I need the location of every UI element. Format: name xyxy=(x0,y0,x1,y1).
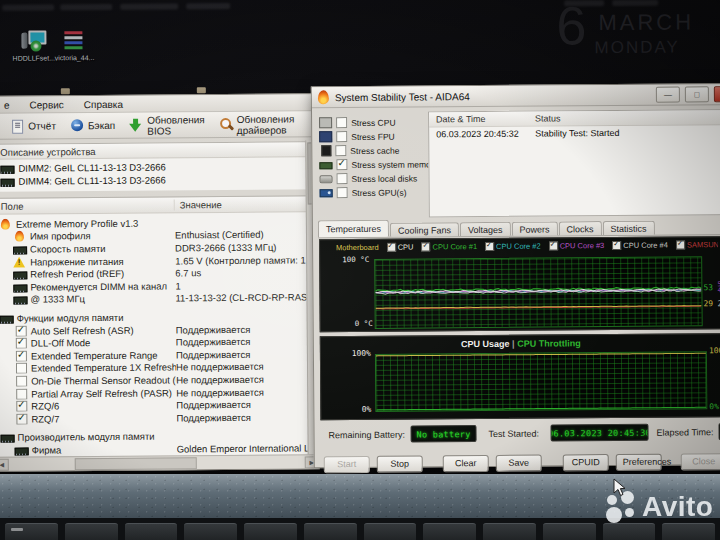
desktop-icon-hddllfset[interactable]: HDDLLFset... xyxy=(12,28,52,61)
date-month: MARCH xyxy=(598,9,694,36)
value-column-header[interactable]: Значение xyxy=(175,198,317,210)
aida-table-body: Extreme Memory Profile v1.3Имя профиляEn… xyxy=(0,212,319,464)
checkbox[interactable] xyxy=(16,376,27,387)
title-separator: | xyxy=(512,339,515,349)
toolbar-button-label: Бэкап xyxy=(88,120,115,131)
stress-option-label: Stress FPU xyxy=(351,131,395,141)
close-button: Close xyxy=(681,453,720,470)
tab-powers[interactable]: Powers xyxy=(511,221,557,235)
field-label: Partial Array Self Refresh (PASR) xyxy=(31,387,172,399)
field-cell: Фирма xyxy=(0,443,177,455)
field-cell: Имя профиля xyxy=(0,230,175,242)
top-smudge xyxy=(186,3,230,9)
field-label: Auto Self Refresh (ASR) xyxy=(31,324,134,336)
field-cell: Функции модуля памяти xyxy=(0,311,176,323)
field-column-header[interactable]: Поле xyxy=(0,199,175,211)
legend-item-cpu[interactable]: CPU xyxy=(387,243,414,252)
usage-left-labels: 100%0% xyxy=(341,354,373,410)
field-cell: DLL-Off Mode xyxy=(0,337,176,349)
date-weekday: MONDAY xyxy=(594,37,680,58)
field-cell: Extreme Memory Profile v1.3 xyxy=(0,217,175,229)
temperature-plot xyxy=(374,256,703,329)
scroll-left-arrow[interactable]: ◀ xyxy=(0,458,9,470)
legend-checkbox[interactable] xyxy=(612,241,621,250)
stress-option-stress-system-memory[interactable]: Stress system memory xyxy=(319,158,438,170)
toolbar-button-обновления-bios[interactable]: Обновления BIOS xyxy=(122,111,212,140)
toolbar-button-обновления-драйверов[interactable]: Обновления драйверов xyxy=(212,110,317,139)
legend-item-samsung-hd32[interactable]: SAMSUNG HD32 xyxy=(676,240,718,249)
value-cell: Enthusiast (Certified) xyxy=(175,229,317,241)
stress-option-stress-local-disks[interactable]: Stress local disks xyxy=(319,172,438,184)
checkbox[interactable] xyxy=(16,388,27,399)
close-window-button[interactable] xyxy=(714,86,720,102)
checkbox[interactable] xyxy=(16,350,27,361)
legend-checkbox[interactable] xyxy=(421,242,430,251)
value-cell: Не поддерживается xyxy=(176,386,318,398)
checkbox[interactable] xyxy=(336,131,347,142)
tab-bar: TemperaturesCooling FansVoltagesPowersCl… xyxy=(318,217,720,238)
checkbox[interactable] xyxy=(16,325,27,336)
value-cell: Поддерживается xyxy=(176,348,318,360)
status-column-header[interactable]: Status xyxy=(535,112,720,123)
legend-item-cpu-core-1[interactable]: CPU Core #1 xyxy=(421,242,477,251)
legend-item-cpu-core-2[interactable]: CPU Core #2 xyxy=(485,242,541,251)
stress-option-stress-cache[interactable]: Stress cache xyxy=(319,144,438,156)
value-cell: Поддерживается xyxy=(176,323,318,335)
tab-clocks[interactable]: Clocks xyxy=(558,221,601,235)
toolbar-button-отчёт[interactable]: Отчёт xyxy=(3,116,63,135)
clear-button[interactable]: Clear xyxy=(443,454,489,471)
value-cell: Поддерживается xyxy=(176,335,318,347)
checkbox[interactable] xyxy=(16,338,27,349)
field-label: Напряжение питания xyxy=(30,255,123,267)
checkbox[interactable] xyxy=(335,145,346,156)
toolbar-button-бэкап[interactable]: Бэкап xyxy=(63,116,122,135)
value-cell: Не поддерживается xyxy=(176,361,318,373)
save-button[interactable]: Save xyxy=(496,454,542,471)
checkbox[interactable] xyxy=(336,117,347,128)
legend-checkbox[interactable] xyxy=(387,243,396,252)
field-cell: Скорость памяти xyxy=(0,242,175,254)
axis-label: 0% xyxy=(362,406,372,414)
ram-icon xyxy=(15,445,28,456)
tab-cooling-fans[interactable]: Cooling Fans xyxy=(390,222,459,237)
stress-option-stress-gpu-s[interactable]: Stress GPU(s) xyxy=(320,186,439,198)
checkbox[interactable] xyxy=(16,401,27,412)
checkbox[interactable] xyxy=(336,159,347,170)
field-label: On-Die Thermal Sensor Readout (ODTS) xyxy=(31,374,176,386)
device-label: DIMM2: GeIL CL11-13-13 D3-2666 xyxy=(18,162,165,174)
log-row[interactable]: 06.03.2023 20:45:32Stability Test: Start… xyxy=(429,125,720,140)
minimize-button[interactable]: — xyxy=(656,86,680,102)
scrollbar-thumb[interactable] xyxy=(75,457,197,470)
checkbox[interactable] xyxy=(16,363,27,374)
cpuid-button[interactable]: CPUID xyxy=(563,454,609,471)
legend-label: CPU Core #1 xyxy=(432,242,477,251)
stress-option-stress-cpu[interactable]: Stress CPU xyxy=(319,116,438,128)
checkbox[interactable] xyxy=(16,413,27,424)
horizontal-scrollbar[interactable]: ◀ ▶ xyxy=(0,454,319,471)
preferences-button[interactable]: Preferences xyxy=(616,453,662,470)
device-list: DIMM2: GeIL CL11-13-13 D3-2666DIMM4: GeI… xyxy=(0,157,317,192)
date-time-column-header[interactable]: Date & Time xyxy=(429,114,535,125)
device-row[interactable]: DIMM4: GeIL CL11-13-13 D3-2666 xyxy=(0,172,317,188)
legend-item-cpu-core-4[interactable]: CPU Core #4 xyxy=(612,241,668,250)
maximize-button[interactable]: □ xyxy=(685,86,709,102)
backup-icon xyxy=(70,119,84,132)
tab-temperatures[interactable]: Temperatures xyxy=(318,220,389,238)
field-cell: @ 1333 МГц xyxy=(0,293,176,305)
menu-item-справка[interactable]: Справка xyxy=(74,97,133,110)
stress-option-stress-fpu[interactable]: Stress FPU xyxy=(319,130,438,142)
checkbox[interactable] xyxy=(337,187,348,198)
menu-item-е[interactable]: е xyxy=(0,98,20,111)
stop-button[interactable]: Stop xyxy=(377,455,423,472)
legend-checkbox[interactable] xyxy=(549,241,558,250)
legend-checkbox[interactable] xyxy=(485,242,494,251)
stress-option-label: Stress local disks xyxy=(352,173,418,184)
legend-item-motherboard[interactable]: Motherboard xyxy=(336,243,379,252)
legend-item-cpu-core-3[interactable]: CPU Core #3 xyxy=(549,241,605,250)
desktop-icon-victoria[interactable]: victoria_44... xyxy=(54,28,94,61)
legend-checkbox[interactable] xyxy=(676,240,685,249)
menu-item-сервис[interactable]: Сервис xyxy=(19,98,73,111)
tab-voltages[interactable]: Voltages xyxy=(460,222,511,236)
checkbox[interactable] xyxy=(336,173,347,184)
tab-statistics[interactable]: Statistics xyxy=(603,221,655,235)
